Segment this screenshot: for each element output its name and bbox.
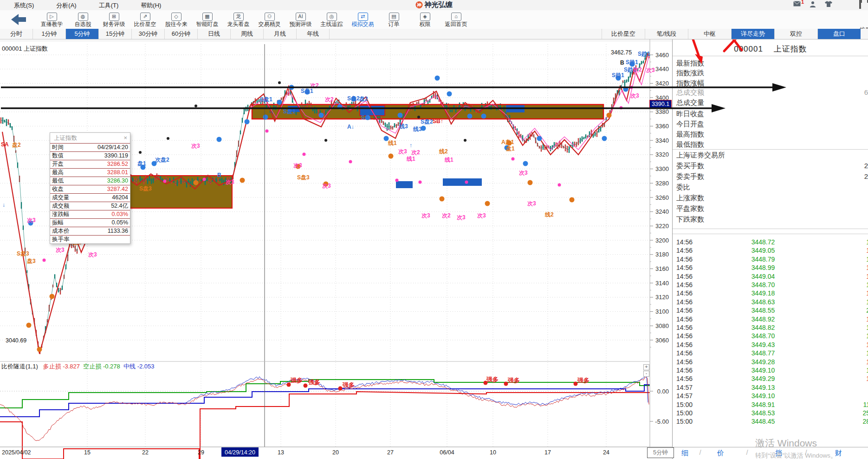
chart-annotation-label: B [620, 59, 624, 66]
toolbar-button-smart-monitor[interactable]: ▦智能盯盘 [192, 11, 223, 28]
svg-text:3060: 3060 [655, 337, 669, 344]
tab-period-7[interactable]: 周线 [231, 29, 264, 39]
svg-text:3360: 3360 [655, 123, 669, 130]
svg-text:10: 10 [490, 449, 496, 456]
tab-period-2[interactable]: 5分钟 [66, 29, 99, 39]
panel-field-5: 昨日收盘 [676, 110, 868, 119]
toolbar-button-permissions[interactable]: ◈权限 [409, 11, 440, 28]
chart-annotation-label: A↓ [347, 124, 354, 130]
restore-button[interactable] [856, 1, 864, 8]
tab-period-0[interactable]: 分时 [0, 29, 33, 39]
toolbar-button-forecast-rating[interactable]: AI预测评级 [285, 11, 316, 28]
panel-tab-1[interactable]: 价 [717, 449, 724, 458]
svg-text:3200: 3200 [655, 237, 669, 244]
panel-tab-0[interactable]: 细 [681, 449, 688, 458]
menu-item-3[interactable]: 帮助(H) [130, 0, 172, 10]
toolbar-button-label: 股往今来 [161, 20, 192, 28]
indicator-signal-label: 强多 [486, 375, 499, 384]
mail-badge: 1 [801, 0, 804, 5]
toolbar-button-home[interactable]: ⌂返回首页 [440, 11, 472, 28]
svg-text:27: 27 [387, 449, 394, 456]
trade-row-20: 15:003448.5325 [673, 409, 868, 418]
exchange-label: 上海证券交易所 [676, 151, 868, 161]
chart-annotation-label: S盘2 [421, 118, 433, 126]
indicator-signal-label: 强多 [291, 376, 303, 385]
toolbar-button-label: 预测评级 [285, 20, 316, 28]
trade-row-15: 14:563449.101 [673, 367, 868, 375]
toolbar-button-label: 模拟交易 [347, 20, 378, 28]
bottom-period-box[interactable]: 5分钟 [647, 447, 674, 458]
user-icon[interactable] [809, 1, 817, 8]
toolbar-button-live-teaching[interactable]: ▷直播教学 [36, 11, 67, 28]
chart-high-label: 3462.75 [611, 49, 632, 56]
svg-text:2025/04/02: 2025/04/02 [2, 449, 31, 456]
svg-text:13: 13 [278, 449, 284, 456]
tab-view-1[interactable]: 笔/线段 [645, 29, 688, 39]
toolbar-button-price-star-sky[interactable]: ⇗比价星空 [130, 11, 161, 28]
tab-view-2[interactable]: 中枢 [688, 29, 731, 39]
panel-field-1: 指数涨跌 [676, 69, 868, 79]
menu-items: 系统(S)分析(A)工具(T)帮助(H) [3, 0, 172, 10]
back-button[interactable] [10, 13, 29, 26]
chart-annotation-label: 次3 [519, 169, 528, 177]
toolbar-button-leader-watch[interactable]: 龙龙头看盘 [223, 11, 254, 28]
chart-annotation-label: 次2 [633, 66, 642, 74]
close-icon[interactable]: × [123, 133, 127, 143]
tab-view-0[interactable]: 比价星空 [602, 29, 645, 39]
chart-annotation-label: 盘1 [506, 145, 515, 153]
tab-view-5[interactable]: 盘口 [817, 29, 861, 39]
toolbar-button-label: 龙头看盘 [223, 20, 254, 28]
watchlist-icon: ◍ [67, 12, 98, 20]
minimize-button[interactable] [840, 1, 849, 8]
tooltip-row: 成本价1133.36 [50, 227, 130, 235]
leader-watch-icon: 龙 [223, 12, 254, 20]
tab-period-5[interactable]: 60分钟 [165, 29, 198, 39]
panel-symbol-name: 上证指数 [774, 45, 807, 53]
chart-annotation-label: 线3 [399, 123, 408, 131]
tooltip-rows: 时间04/29/14:20数值3390.119开盘3286.52最高3288.0… [50, 143, 130, 243]
shirt-icon[interactable] [824, 1, 833, 8]
subchart-zoom-out-button[interactable]: - [643, 371, 649, 377]
trade-row-9: 14:563448.921 [673, 315, 868, 324]
window-icons: 1 [793, 1, 864, 8]
panel-header: 000001 上证指数 [673, 44, 868, 54]
chart-annotation-label: 次2 [325, 96, 334, 104]
trade-row-16: 14:563449.291 [673, 375, 868, 383]
toolbar-button-orders[interactable]: ▤订单 [378, 11, 409, 28]
toolbar-button-label: 财务评级 [98, 20, 130, 28]
trade-row-4: 14:563449.041 [673, 273, 868, 281]
toolbar-button-stock-history[interactable]: ◇股往今来 [161, 11, 192, 28]
toolbar-button-mainline-track[interactable]: ◎主线追踪 [316, 11, 347, 28]
view-tabs: 比价星空笔/线段中枢详尽走势双控盘口 [602, 29, 861, 39]
tab-view-4[interactable]: 双控 [774, 29, 817, 39]
tab-period-3[interactable]: 15分钟 [99, 29, 132, 39]
tab-period-9[interactable]: 年线 [297, 29, 330, 39]
svg-text:0.00: 0.00 [657, 388, 669, 395]
svg-text:15: 15 [84, 449, 91, 456]
svg-text:3080: 3080 [655, 322, 669, 329]
trade-row-1: 14:563449.051 [673, 247, 868, 255]
toolbar-button-trade-wizard[interactable]: ⚇交易精灵 [254, 11, 285, 28]
toolbar-button-finance-rating[interactable]: ⊞财务评级 [98, 11, 130, 28]
indicator-signal-label: 强多 [508, 376, 520, 385]
toolbar-button-watchlist[interactable]: ◍自选股 [67, 11, 98, 28]
menu-item-0[interactable]: 系统(S) [3, 0, 45, 10]
chart-annotation-label: 盘3 [27, 257, 36, 265]
toolbar-button-sim-trading[interactable]: ⇄模拟交易 [347, 11, 378, 28]
tab-view-3[interactable]: 详尽走势 [731, 29, 774, 39]
sim-trading-icon: ⇄ [347, 12, 378, 20]
mail-icon[interactable]: 1 [793, 1, 801, 8]
menu-item-1[interactable]: 分析(A) [45, 0, 87, 10]
tooltip-row: 成交量46204 [50, 193, 130, 202]
menu-item-2[interactable]: 工具(T) [88, 0, 130, 10]
trade-row-3: 14:563448.991 [673, 264, 868, 272]
svg-text:3380: 3380 [655, 108, 669, 115]
chart-annotation-label: SB↑ [433, 118, 443, 125]
tab-period-8[interactable]: 月线 [264, 29, 297, 39]
tab-period-4[interactable]: 30分钟 [132, 29, 165, 39]
tab-period-1[interactable]: 1分钟 [33, 29, 66, 39]
tab-period-6[interactable]: 日线 [198, 29, 231, 39]
subchart-zoom-in-button[interactable]: + [643, 364, 649, 370]
svg-text:3100: 3100 [655, 308, 669, 315]
chart-annotation-label: 次3 [293, 162, 302, 170]
